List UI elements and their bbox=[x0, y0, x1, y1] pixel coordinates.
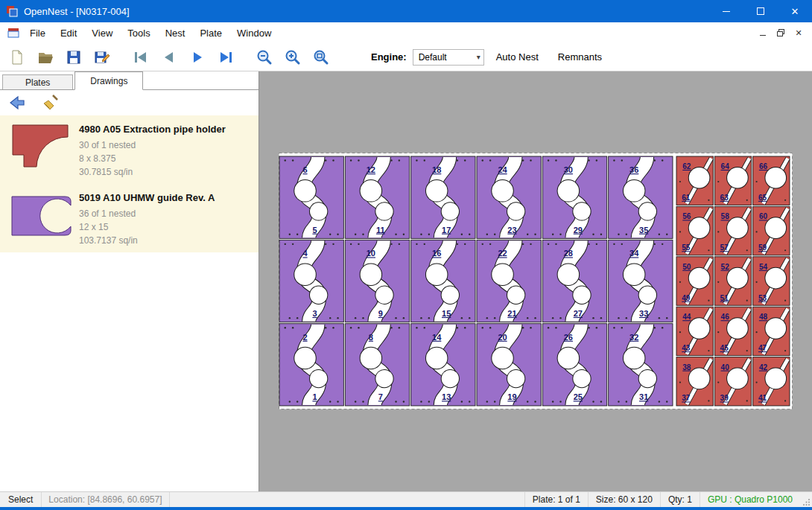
nest-cell-purple[interactable]: 3433 bbox=[609, 240, 673, 322]
list-item[interactable]: 5019 A10 UHMW guide Rev. A 36 of 1 neste… bbox=[0, 184, 258, 252]
blue-left-arrow-icon bbox=[8, 94, 26, 112]
nest-cell-purple[interactable]: 65 bbox=[279, 156, 343, 238]
nest-cell-purple[interactable]: 2221 bbox=[477, 240, 541, 322]
svg-text:55: 55 bbox=[682, 243, 691, 252]
nest-cell-red[interactable]: 6261 bbox=[676, 156, 713, 205]
list-item[interactable]: 4980 A05 Extraction pipe holder 30 of 1 … bbox=[0, 115, 258, 184]
nest-cell-purple[interactable]: 87 bbox=[345, 324, 409, 406]
save-button[interactable] bbox=[63, 46, 85, 68]
menu-file[interactable]: File bbox=[22, 25, 53, 42]
part-thumbnail-purple bbox=[4, 188, 79, 244]
nest-cell-red[interactable]: 5251 bbox=[714, 257, 751, 305]
svg-text:23: 23 bbox=[507, 226, 516, 235]
resize-grip[interactable] bbox=[800, 492, 812, 507]
save-as-button[interactable] bbox=[91, 46, 113, 68]
nest-canvas[interactable]: 6512111817242330293635431091615222128273… bbox=[259, 71, 812, 491]
zoom-in-button[interactable] bbox=[282, 46, 304, 68]
nest-cell-red[interactable]: 5453 bbox=[753, 257, 790, 305]
nest-cell-red[interactable]: 4241 bbox=[753, 357, 790, 406]
nest-cell-purple[interactable]: 2625 bbox=[542, 324, 606, 406]
mdi-close-button[interactable]: ✕ bbox=[791, 26, 806, 39]
nest-cell-purple[interactable]: 1615 bbox=[411, 240, 475, 322]
menu-tools[interactable]: Tools bbox=[120, 25, 157, 42]
nest-cell-red[interactable]: 3837 bbox=[676, 357, 713, 406]
nest-cell-purple[interactable]: 43 bbox=[279, 240, 343, 322]
svg-text:44: 44 bbox=[682, 313, 691, 321]
svg-text:4: 4 bbox=[302, 249, 308, 258]
nest-cell-red[interactable]: 4645 bbox=[714, 307, 751, 355]
menu-edit[interactable]: Edit bbox=[53, 25, 84, 42]
svg-text:39: 39 bbox=[720, 394, 729, 402]
assign-parts-button[interactable] bbox=[7, 93, 27, 112]
window-minimize-button[interactable] bbox=[709, 0, 743, 22]
nest-cell-purple[interactable]: 1413 bbox=[411, 324, 475, 406]
menu-view[interactable]: View bbox=[84, 25, 120, 42]
nest-cell-purple[interactable]: 1817 bbox=[411, 156, 475, 238]
menu-window[interactable]: Window bbox=[229, 25, 279, 42]
menu-nest[interactable]: Nest bbox=[158, 25, 193, 42]
drawing-nested-count: 36 of 1 nested bbox=[79, 207, 215, 220]
engine-combobox[interactable]: Default ▾ bbox=[413, 49, 484, 66]
open-button[interactable] bbox=[34, 46, 57, 68]
nest-cell-purple[interactable]: 21 bbox=[279, 324, 343, 406]
window-maximize-button[interactable] bbox=[743, 0, 778, 22]
mdi-minimize-button[interactable] bbox=[755, 26, 770, 39]
auto-nest-button[interactable]: Auto Nest bbox=[489, 47, 546, 67]
window-close-button[interactable]: ✕ bbox=[778, 0, 812, 22]
svg-text:38: 38 bbox=[682, 363, 691, 372]
nest-cell-red[interactable]: 4039 bbox=[714, 357, 751, 406]
mdi-restore-button[interactable] bbox=[773, 26, 788, 39]
maximize-icon bbox=[757, 7, 764, 15]
nest-cell-purple[interactable]: 2827 bbox=[542, 240, 606, 322]
nest-cell-red[interactable]: 6059 bbox=[753, 206, 790, 255]
nest-cell-red[interactable]: 5857 bbox=[714, 206, 751, 255]
svg-text:48: 48 bbox=[759, 313, 768, 321]
nest-cell-red[interactable]: 6665 bbox=[753, 156, 790, 205]
previous-plate-button[interactable] bbox=[158, 46, 180, 68]
svg-text:15: 15 bbox=[442, 309, 451, 318]
nest-cell-purple[interactable]: 1211 bbox=[345, 156, 409, 238]
drawing-size: 12 x 15 bbox=[79, 220, 215, 234]
zoom-out-button[interactable] bbox=[253, 46, 276, 68]
svg-text:26: 26 bbox=[564, 333, 573, 342]
broom-icon bbox=[42, 94, 60, 112]
svg-text:5: 5 bbox=[312, 226, 317, 235]
svg-text:33: 33 bbox=[639, 309, 648, 318]
nest-cell-red[interactable]: 4847 bbox=[753, 307, 790, 355]
tab-plates[interactable]: Plates bbox=[2, 74, 73, 90]
nest-cell-purple[interactable]: 2423 bbox=[477, 156, 541, 238]
first-plate-button[interactable] bbox=[130, 46, 152, 68]
svg-text:1: 1 bbox=[312, 392, 317, 401]
svg-text:34: 34 bbox=[629, 249, 639, 258]
remnants-button[interactable]: Remnants bbox=[551, 47, 609, 67]
nest-cell-red[interactable]: 5049 bbox=[676, 257, 713, 305]
mdi-restore-icon bbox=[776, 28, 785, 37]
status-gpu: GPU : Quadro P1000 bbox=[700, 492, 800, 507]
nest-cell-purple[interactable]: 3029 bbox=[542, 156, 606, 238]
nest-plate-svg[interactable]: 6512111817242330293635431091615222128273… bbox=[279, 153, 793, 409]
nest-cell-purple[interactable]: 109 bbox=[345, 240, 409, 322]
svg-text:16: 16 bbox=[432, 249, 441, 258]
svg-text:63: 63 bbox=[720, 194, 729, 202]
drawing-nested-count: 30 of 1 nested bbox=[79, 138, 226, 152]
svg-text:52: 52 bbox=[721, 263, 730, 271]
last-plate-button[interactable] bbox=[215, 46, 237, 68]
app-icon bbox=[6, 5, 18, 17]
nest-cell-purple[interactable]: 2019 bbox=[477, 324, 541, 406]
nest-cell-red[interactable]: 6463 bbox=[714, 156, 751, 205]
svg-text:49: 49 bbox=[682, 294, 691, 302]
menu-plate[interactable]: Plate bbox=[192, 25, 229, 42]
svg-text:45: 45 bbox=[720, 344, 729, 352]
mdi-child-icon[interactable] bbox=[7, 27, 19, 39]
zoom-fit-button[interactable] bbox=[310, 46, 332, 68]
tab-drawings[interactable]: Drawings bbox=[74, 71, 143, 90]
next-plate-button[interactable] bbox=[186, 46, 209, 68]
plate[interactable]: 6512111817242330293635431091615222128273… bbox=[279, 153, 793, 409]
nest-cell-red[interactable]: 5655 bbox=[676, 206, 713, 255]
nest-cell-purple[interactable]: 3231 bbox=[609, 324, 673, 406]
nest-cell-purple[interactable]: 3635 bbox=[609, 156, 673, 238]
clear-button[interactable] bbox=[42, 93, 61, 112]
nest-cell-red[interactable]: 4443 bbox=[676, 307, 713, 355]
svg-text:53: 53 bbox=[758, 294, 767, 302]
new-button[interactable] bbox=[6, 46, 28, 68]
